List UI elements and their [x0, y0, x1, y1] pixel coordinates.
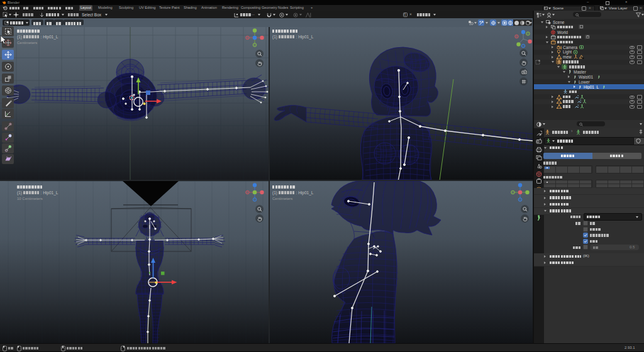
svg-text:S: S	[404, 13, 406, 16]
